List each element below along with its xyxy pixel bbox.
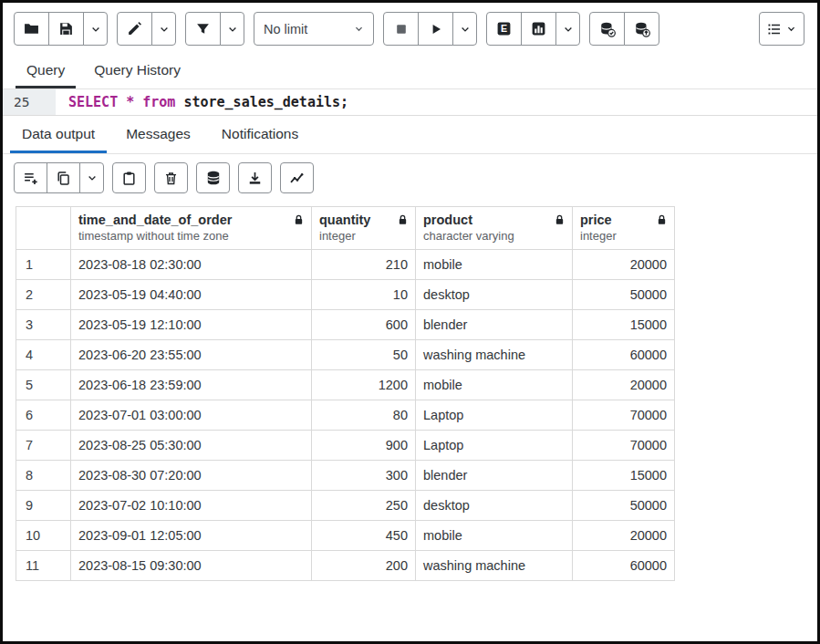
row-number[interactable]: 9: [16, 491, 71, 521]
clipboard-icon: [121, 171, 137, 186]
copy-dropdown-button[interactable]: [79, 162, 104, 193]
cell-price[interactable]: 15000: [573, 310, 675, 340]
cell-time_and_date_of_order[interactable]: 2023-08-15 09:30:00: [71, 551, 312, 581]
cell-product[interactable]: desktop: [416, 280, 573, 310]
cell-time_and_date_of_order[interactable]: 2023-06-18 23:59:00: [71, 370, 312, 400]
cell-product[interactable]: blender: [416, 310, 573, 340]
cell-quantity[interactable]: 210: [312, 250, 416, 280]
rollback-button[interactable]: [624, 12, 659, 46]
tab-data-output[interactable]: Data output: [10, 116, 107, 153]
stop-icon: [394, 22, 409, 36]
copy-button[interactable]: [47, 162, 80, 193]
cell-price[interactable]: 20000: [573, 370, 675, 400]
cell-product[interactable]: washing machine: [416, 340, 573, 370]
delete-group: [154, 162, 188, 193]
tab-query-history[interactable]: Query History: [83, 54, 192, 88]
explain-button[interactable]: E: [486, 12, 522, 46]
sql-code-line[interactable]: SELECT * from store_sales_details;: [56, 89, 817, 115]
row-number[interactable]: 2: [16, 280, 71, 310]
execute-button[interactable]: [418, 12, 453, 46]
cell-price[interactable]: 70000: [573, 400, 675, 431]
cell-price[interactable]: 20000: [573, 250, 675, 280]
row-limit-select[interactable]: No limit: [254, 12, 374, 46]
filter-button-group: [185, 12, 244, 46]
cell-product[interactable]: mobile: [416, 370, 573, 400]
cell-price[interactable]: 60000: [573, 551, 675, 581]
row-number[interactable]: 3: [16, 310, 71, 340]
row-number[interactable]: 4: [16, 340, 71, 370]
filter-dropdown-button[interactable]: [220, 12, 244, 46]
save-data-button[interactable]: [196, 162, 230, 193]
column-header-time_and_date_of_order[interactable]: time_and_date_of_ordertimestamp without …: [71, 207, 312, 250]
edit-button[interactable]: [117, 12, 152, 46]
delete-row-button[interactable]: [154, 162, 188, 193]
stop-button[interactable]: [383, 12, 419, 46]
cell-time_and_date_of_order[interactable]: 2023-08-30 07:20:00: [71, 461, 312, 491]
column-header-product[interactable]: productcharacter varying: [416, 207, 573, 250]
cell-product[interactable]: mobile: [416, 250, 573, 280]
cell-price[interactable]: 50000: [573, 491, 675, 521]
graph-visualiser-button[interactable]: [280, 162, 314, 193]
cell-price[interactable]: 70000: [573, 431, 675, 461]
tab-query[interactable]: Query: [16, 54, 76, 88]
sql-identifier: store_sales_details;: [175, 94, 348, 110]
execute-dropdown-button[interactable]: [452, 12, 477, 46]
cell-quantity[interactable]: 50: [312, 340, 416, 370]
cell-time_and_date_of_order[interactable]: 2023-09-01 12:05:00: [71, 521, 312, 551]
edit-dropdown-button[interactable]: [151, 12, 176, 46]
tab-messages[interactable]: Messages: [114, 116, 202, 153]
cell-quantity[interactable]: 10: [312, 280, 416, 310]
row-number[interactable]: 8: [16, 461, 71, 491]
explain-dropdown-button[interactable]: [555, 12, 580, 46]
cell-product[interactable]: Laptop: [416, 431, 573, 461]
row-number[interactable]: 11: [16, 551, 71, 581]
commit-button[interactable]: [589, 12, 625, 46]
cell-quantity[interactable]: 80: [312, 400, 416, 431]
save-file-button[interactable]: [48, 12, 84, 46]
cell-time_and_date_of_order[interactable]: 2023-07-02 10:10:00: [71, 491, 312, 521]
cell-time_and_date_of_order[interactable]: 2023-06-20 23:55:00: [71, 340, 312, 370]
open-file-button[interactable]: [14, 12, 49, 46]
row-number[interactable]: 1: [16, 250, 71, 280]
row-number[interactable]: 10: [16, 521, 71, 551]
cell-time_and_date_of_order[interactable]: 2023-08-18 02:30:00: [71, 250, 312, 280]
cell-price[interactable]: 50000: [573, 280, 675, 310]
cell-time_and_date_of_order[interactable]: 2023-07-01 03:00:00: [71, 400, 312, 431]
row-number[interactable]: 7: [16, 431, 71, 461]
cell-quantity[interactable]: 250: [312, 491, 416, 521]
select-all-corner[interactable]: [16, 207, 71, 250]
table-row: 42023-06-20 23:55:0050washing machine600…: [16, 340, 675, 370]
sql-editor[interactable]: 25 SELECT * from store_sales_details;: [3, 89, 817, 116]
cell-time_and_date_of_order[interactable]: 2023-05-19 12:10:00: [71, 310, 312, 340]
cell-price[interactable]: 20000: [573, 521, 675, 551]
cell-time_and_date_of_order[interactable]: 2023-08-25 05:30:00: [71, 431, 312, 461]
cell-product[interactable]: washing machine: [416, 551, 573, 581]
cell-quantity[interactable]: 600: [312, 310, 416, 340]
row-number[interactable]: 6: [16, 400, 71, 431]
tab-notifications[interactable]: Notifications: [210, 116, 310, 153]
cell-product[interactable]: desktop: [416, 491, 573, 521]
cell-quantity[interactable]: 1200: [312, 370, 416, 400]
explain-analyze-button[interactable]: [521, 12, 556, 46]
download-results-button[interactable]: [238, 162, 272, 193]
cell-quantity[interactable]: 900: [312, 431, 416, 461]
cell-quantity[interactable]: 450: [312, 521, 416, 551]
cell-product[interactable]: Laptop: [416, 400, 573, 431]
cell-product[interactable]: mobile: [416, 521, 573, 551]
sql-keyword: SELECT * from: [68, 94, 175, 110]
cell-price[interactable]: 60000: [573, 340, 675, 370]
paste-button[interactable]: [112, 162, 146, 193]
row-number[interactable]: 5: [16, 370, 71, 400]
column-header-quantity[interactable]: quantityinteger: [312, 207, 416, 250]
cell-product[interactable]: blender: [416, 461, 573, 491]
cell-quantity[interactable]: 200: [312, 551, 416, 581]
save-dropdown-button[interactable]: [83, 12, 108, 46]
filter-button[interactable]: [185, 12, 221, 46]
explain-icon: E: [496, 21, 512, 36]
column-header-price[interactable]: priceinteger: [573, 207, 675, 250]
cell-quantity[interactable]: 300: [312, 461, 416, 491]
cell-price[interactable]: 15000: [573, 461, 675, 491]
add-row-button[interactable]: [14, 162, 47, 193]
macro-dropdown-button[interactable]: [759, 12, 804, 46]
cell-time_and_date_of_order[interactable]: 2023-05-19 04:40:00: [71, 280, 312, 310]
